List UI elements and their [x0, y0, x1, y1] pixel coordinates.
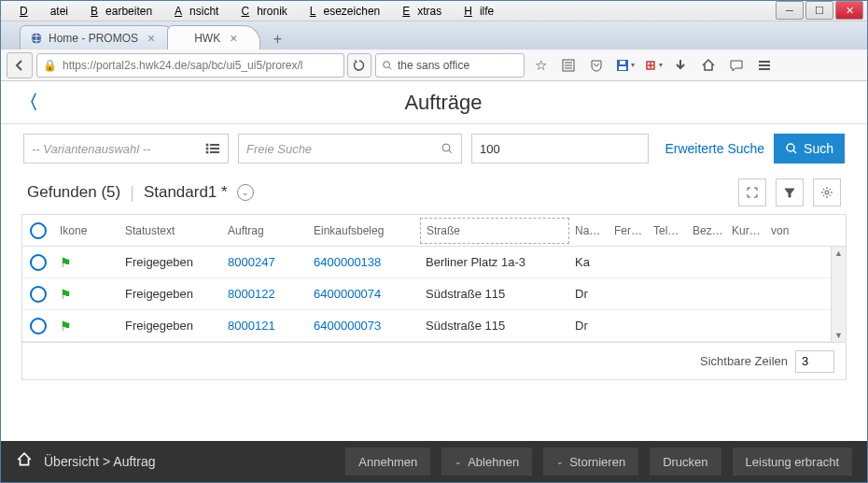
cell-auftrag[interactable]: 8000121 [222, 319, 308, 333]
cell-status: Freigegeben [119, 319, 222, 333]
variant-name: Standard1 * [144, 183, 228, 202]
search-icon [785, 142, 798, 155]
search-icon [441, 142, 454, 155]
col-strasse[interactable]: Straße [420, 218, 569, 244]
chat-button[interactable] [724, 53, 749, 78]
browser-tab-1[interactable]: Home - PROMOS × [20, 25, 178, 50]
select-all-radio[interactable] [30, 222, 47, 239]
addon-button[interactable]: ▾ [640, 53, 665, 78]
table-header: Ikone Statustext Auftrag Einkaufsbeleg S… [22, 215, 846, 247]
col-kur[interactable]: Kur… [726, 224, 765, 237]
advanced-search-link[interactable]: Erweiterte Suche [665, 141, 764, 156]
menu-hilfe[interactable]: Hilfe [449, 3, 501, 20]
settings-button[interactable] [813, 178, 841, 206]
nav-back-button[interactable] [7, 52, 33, 78]
cell-status: Freigegeben [119, 255, 222, 269]
stornieren-button[interactable]: ⌄Stornieren [543, 447, 638, 476]
row-radio[interactable] [30, 318, 47, 334]
new-tab-button[interactable]: + [266, 29, 288, 50]
col-einkauf[interactable]: Einkaufsbeleg [308, 224, 420, 237]
search-engine-box[interactable]: the sans office [375, 53, 525, 78]
count-value: 100 [480, 142, 500, 156]
table-row[interactable]: ⚑ Freigegeben 8000247 6400000138 Berline… [22, 247, 846, 278]
count-input[interactable]: 100 [471, 134, 649, 163]
cell-auftrag[interactable]: 8000247 [222, 255, 308, 269]
pocket-button[interactable] [584, 53, 609, 78]
chevron-down-icon: ⌄ [455, 457, 462, 466]
tab-close-icon[interactable]: × [147, 31, 155, 46]
download-button[interactable] [668, 53, 693, 78]
breadcrumb[interactable]: Übersicht > Auftrag [44, 454, 155, 469]
free-search-input[interactable]: Freie Suche [238, 134, 462, 163]
annehmen-button[interactable]: Annehmen [345, 447, 430, 476]
filter-button[interactable] [776, 178, 804, 206]
scrollbar[interactable]: ▲▼ [831, 247, 846, 342]
menu-extras[interactable]: Extras [387, 3, 449, 20]
menu-lesezeichen[interactable]: Lesezeichen [295, 3, 387, 20]
col-auftrag[interactable]: Auftrag [222, 224, 308, 237]
cell-strasse: Südstraße 115 [420, 319, 569, 333]
cell-einkauf[interactable]: 6400000073 [308, 319, 420, 333]
search-button[interactable]: Such [774, 134, 845, 163]
cell-einkauf[interactable]: 6400000138 [308, 255, 420, 269]
cell-einkauf[interactable]: 6400000074 [308, 287, 420, 301]
browser-tab-2[interactable]: HWK × [167, 25, 260, 50]
app-back-button[interactable]: 〈 [20, 90, 38, 115]
url-bar[interactable]: 🔒 https://portal2s.hwk24.de/sap/bc/ui5_u… [36, 53, 344, 78]
row-radio[interactable] [30, 286, 47, 303]
bookmark-star-button[interactable]: ☆ [528, 53, 553, 78]
lock-icon: 🔒 [43, 59, 57, 72]
col-status[interactable]: Statustext [119, 224, 222, 237]
variant-select[interactable]: -- Variantenauswahl -- [23, 134, 229, 163]
window-close[interactable]: ✕ [835, 1, 863, 20]
menu-bearbeiten[interactable]: Bearbeiten [76, 3, 160, 20]
cell-status: Freigegeben [119, 287, 222, 301]
variant-placeholder: -- Variantenauswahl -- [32, 142, 150, 156]
chevron-down-icon: ⌄ [556, 457, 564, 466]
cell-auftrag[interactable]: 8000122 [222, 287, 308, 301]
menu-ansicht[interactable]: Ansicht [160, 3, 226, 20]
menu-datei[interactable]: Datei [5, 3, 76, 20]
tab-close-icon[interactable]: × [230, 31, 237, 46]
svg-point-3 [384, 61, 390, 67]
col-bez[interactable]: Bez… [687, 224, 726, 237]
cell-strasse: Berliner Platz 1a-3 [420, 255, 569, 269]
scroll-up-icon[interactable]: ▲ [834, 249, 843, 258]
row-radio[interactable] [30, 254, 47, 271]
window-minimize[interactable]: ─ [776, 1, 804, 20]
svg-rect-10 [619, 66, 626, 70]
variant-dropdown[interactable]: ⌄ [237, 184, 254, 201]
col-ikone[interactable]: Ikone [54, 224, 119, 237]
menu-chronik[interactable]: Chronik [226, 3, 294, 20]
scroll-down-icon[interactable]: ▼ [834, 331, 843, 340]
col-von[interactable]: von [765, 224, 803, 237]
table-row[interactable]: ⚑ Freigegeben 8000121 6400000073 Südstra… [22, 310, 846, 342]
search-icon [382, 60, 393, 71]
search-button-label: Such [804, 141, 833, 156]
save-button[interactable]: ▾ [612, 53, 637, 78]
flag-icon: ⚑ [60, 319, 72, 334]
result-count: Gefunden (5) [27, 183, 120, 202]
arrow-left-icon [13, 59, 26, 72]
col-tel[interactable]: Tel… [648, 224, 687, 237]
footer-home-icon[interactable] [16, 451, 33, 473]
reload-button[interactable] [347, 53, 371, 78]
col-fer[interactable]: Fer… [609, 224, 648, 237]
table-row[interactable]: ⚑ Freigegeben 8000122 6400000074 Südstra… [22, 278, 846, 310]
ablehnen-button[interactable]: ⌄Ablehnen [441, 447, 532, 476]
svg-point-18 [206, 144, 209, 147]
free-placeholder: Freie Suche [246, 142, 312, 156]
reload-icon [353, 59, 366, 72]
leistung-button[interactable]: Leistung erbracht [733, 447, 852, 476]
tab-label: Home - PROMOS [49, 32, 138, 45]
fullscreen-button[interactable] [738, 178, 766, 206]
col-na[interactable]: Na… [569, 224, 609, 237]
window-maximize[interactable]: ☐ [805, 1, 833, 20]
visible-rows-input[interactable] [795, 350, 834, 373]
reading-list-button[interactable] [556, 53, 581, 78]
hamburger-menu[interactable] [752, 53, 777, 78]
drucken-button[interactable]: Drucken [650, 447, 721, 476]
svg-point-24 [442, 144, 450, 151]
svg-point-26 [787, 144, 794, 151]
home-button[interactable] [696, 53, 721, 78]
